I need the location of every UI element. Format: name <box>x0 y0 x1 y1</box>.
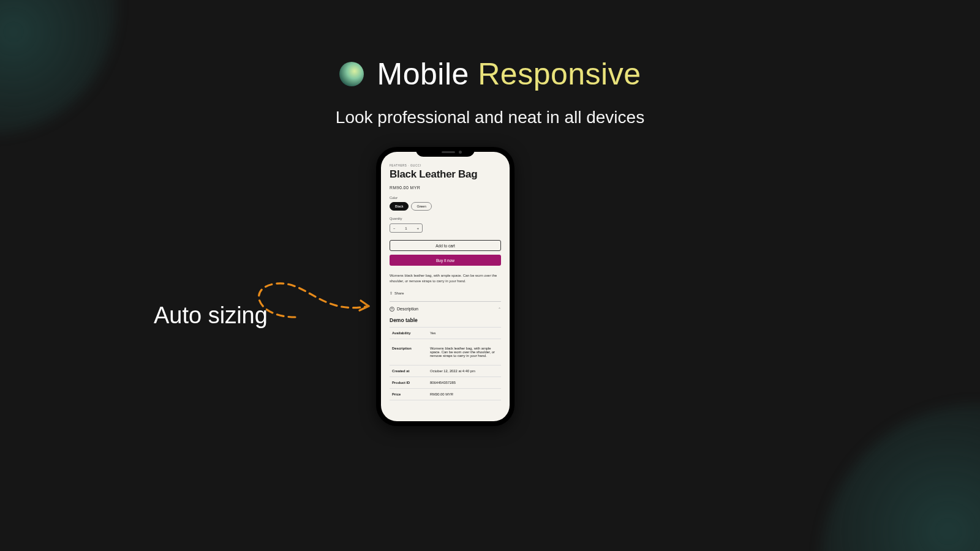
bg-glow-bottom-right <box>821 404 980 551</box>
share-icon: ⇪ <box>390 291 393 295</box>
phone-frame: FEATHERS · GUCCI Black Leather Bag RM90.… <box>376 147 514 426</box>
title-word-2: Responsive <box>478 57 641 91</box>
qty-minus[interactable]: − <box>393 227 396 230</box>
cell-val: Womens black leather bag, with ample spa… <box>428 339 501 365</box>
share-label: Share <box>394 291 404 295</box>
cell-key: Created at <box>390 365 428 377</box>
table-row: Product ID 8064454357285 <box>390 377 501 388</box>
table-row: Availability Yes <box>390 327 501 339</box>
cell-val: Yes <box>428 327 501 339</box>
heading-block: Mobile Responsive Look professional and … <box>0 56 980 127</box>
buy-now-button[interactable]: Buy it now <box>390 255 501 266</box>
cell-key: Description <box>390 339 428 365</box>
cell-val: RM30.00 MYR <box>428 388 501 400</box>
qty-plus[interactable]: + <box>417 227 419 230</box>
qty-value: 1 <box>405 227 407 230</box>
table-row: Price RM30.00 MYR <box>390 388 501 400</box>
product-page: FEATHERS · GUCCI Black Leather Bag RM90.… <box>381 152 510 400</box>
swatch-green[interactable]: Green <box>411 202 431 211</box>
cell-key: Price <box>390 388 428 400</box>
share-button[interactable]: ⇪ Share <box>390 291 501 295</box>
demo-table-title: Demo table <box>390 317 501 323</box>
demo-table: Availability Yes Description Womens blac… <box>390 327 501 400</box>
product-description: Womens black leather bag, with ample spa… <box>390 273 501 284</box>
color-swatches: Black Green <box>390 202 501 211</box>
description-accordion[interactable]: ? Description ⌃ <box>390 301 501 317</box>
page-subtitle: Look professional and neat in all device… <box>0 108 980 127</box>
cell-val: October 12, 2022 at 4:40 pm <box>428 365 501 377</box>
question-icon: ? <box>390 307 394 312</box>
add-to-cart-button[interactable]: Add to cart <box>390 240 501 251</box>
table-row: Created at October 12, 2022 at 4:40 pm <box>390 365 501 377</box>
title-word-1: Mobile <box>377 57 469 91</box>
page-title: Mobile Responsive <box>377 56 641 92</box>
swatch-black[interactable]: Black <box>390 202 409 211</box>
color-label: Color <box>390 196 501 200</box>
quantity-label: Quantity <box>390 217 501 220</box>
breadcrumb: FEATHERS · GUCCI <box>390 164 501 167</box>
phone-notch <box>416 147 475 157</box>
product-title: Black Leather Bag <box>390 168 501 181</box>
callout-auto-sizing: Auto sizing <box>154 302 268 329</box>
cell-key: Availability <box>390 327 428 339</box>
quantity-stepper[interactable]: − 1 + <box>390 223 423 233</box>
chevron-up-icon: ⌃ <box>498 307 501 311</box>
phone-screen: FEATHERS · GUCCI Black Leather Bag RM90.… <box>381 152 510 421</box>
logo-dot-icon <box>339 62 364 86</box>
cell-val: 8064454357285 <box>428 377 501 388</box>
cell-key: Product ID <box>390 377 428 388</box>
table-row: Description Womens black leather bag, wi… <box>390 339 501 365</box>
accordion-title: Description <box>397 307 418 311</box>
product-price: RM90.00 MYR <box>390 186 501 190</box>
